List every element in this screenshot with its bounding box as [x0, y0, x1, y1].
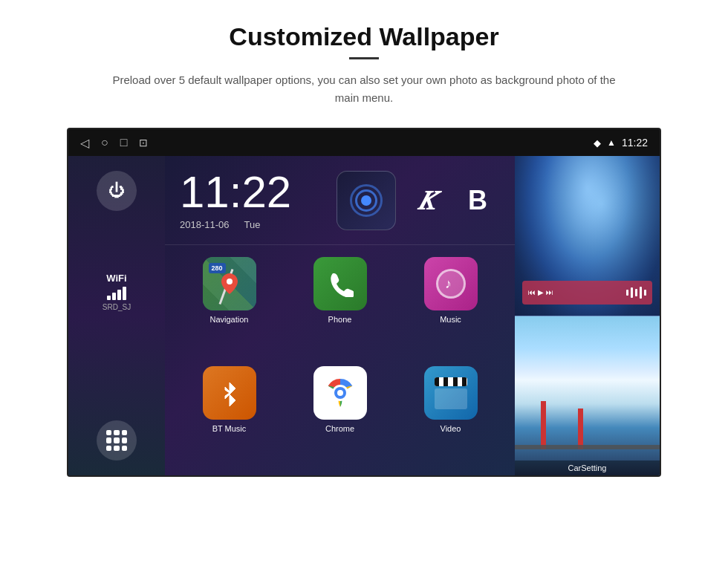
wifi-label: WiFi — [106, 273, 126, 284]
time-display: 11:22 — [180, 170, 291, 215]
app-music[interactable]: ♪ Music — [401, 257, 500, 354]
home-nav-icon[interactable]: ○ — [101, 136, 108, 149]
bridge-deck — [515, 445, 660, 449]
time-section: 11:22 2018-11-06 Tue — [165, 156, 515, 245]
map-pin-icon — [221, 273, 238, 294]
bridge-tower-1 — [541, 401, 546, 449]
nav-badge: 280 — [209, 263, 226, 273]
app-chrome[interactable]: Chrome — [290, 366, 389, 463]
wifi-bar-2 — [112, 293, 116, 300]
page-wrapper: Customized Wallpaper Preload over 5 defa… — [0, 0, 728, 563]
music-svg: ♪ — [443, 276, 459, 292]
back-nav-icon[interactable]: ◁ — [80, 136, 89, 150]
svg-point-0 — [227, 279, 233, 284]
wifi-status-icon: ▲ — [607, 137, 616, 148]
app-btmusic[interactable]: BT Music — [180, 366, 279, 463]
wifi-app-icon — [337, 171, 396, 230]
app-grid: 280 Navigation — [165, 245, 515, 475]
btmusic-label: BT Music — [212, 424, 247, 433]
wifi-app-item[interactable] — [337, 171, 396, 230]
power-button[interactable]: ⏻ — [97, 171, 137, 211]
page-title: Customized Wallpaper — [229, 22, 498, 51]
date-value: 2018-11-06 — [180, 219, 230, 230]
chrome-label: Chrome — [325, 424, 354, 433]
nav-buttons: ◁ ○ □ ⊡ — [80, 136, 148, 150]
top-apps: 𝐾 B — [337, 171, 500, 230]
wallpaper-panel: ⏮ ▶ ⏭ — [515, 156, 660, 475]
eq-bars — [626, 287, 646, 299]
wallpaper-bridge[interactable]: CarSetting — [515, 316, 660, 476]
music-inner: ♪ — [436, 269, 466, 299]
k-app-icon: 𝐾 — [403, 178, 448, 223]
phone-svg — [327, 270, 354, 297]
apps-grid-button[interactable] — [97, 420, 137, 461]
phone-label: Phone — [328, 315, 352, 324]
prev-icon: ⏮ — [528, 288, 536, 296]
chrome-svg — [320, 373, 360, 413]
location-icon: ◆ — [594, 137, 601, 149]
navigation-label: Navigation — [210, 315, 249, 324]
music-controls: ⏮ ▶ ⏭ — [528, 288, 553, 296]
wifi-bar-1 — [107, 296, 111, 300]
sidebar: ⏻ WiFi SRD_SJ — [68, 156, 165, 475]
bluetooth-svg — [216, 380, 243, 406]
date-display: 2018-11-06 Tue — [180, 219, 291, 230]
k-label: 𝐾 — [417, 185, 435, 216]
music-icon: ♪ — [424, 257, 478, 310]
navigation-icon: 280 — [203, 257, 256, 310]
carsetting-label: CarSetting — [515, 461, 660, 475]
app-video[interactable]: Video — [401, 366, 500, 463]
wifi-bars — [107, 287, 126, 300]
next-icon: ⏭ — [546, 288, 553, 296]
title-divider — [349, 57, 379, 59]
b-label: B — [468, 185, 487, 216]
apps-grid-icon — [106, 430, 127, 451]
video-icon — [424, 366, 478, 420]
k-app-item[interactable]: 𝐾 — [403, 178, 448, 223]
clap-body — [435, 388, 467, 409]
screenshot-nav-icon[interactable]: ⊡ — [139, 137, 148, 149]
svg-text:♪: ♪ — [445, 276, 452, 291]
music-label: Music — [440, 315, 461, 324]
page-description: Preload over 5 default wallpaper options… — [104, 71, 624, 107]
svg-point-5 — [337, 390, 343, 396]
time-info: 11:22 2018-11-06 Tue — [180, 170, 291, 230]
recents-nav-icon[interactable]: □ — [120, 136, 128, 149]
chrome-icon — [313, 366, 367, 420]
status-bar-right: ◆ ▲ 11:22 — [594, 137, 648, 149]
phone-icon — [313, 257, 367, 310]
clap-top — [435, 377, 467, 386]
status-time: 11:22 — [622, 137, 648, 149]
b-app-icon: B — [455, 178, 500, 223]
play-icon: ▶ — [538, 288, 544, 296]
wallpaper-ice-cave[interactable]: ⏮ ▶ ⏭ — [515, 156, 660, 316]
wifi-bar-3 — [117, 290, 121, 300]
bridge-tower-2 — [578, 409, 583, 449]
app-phone[interactable]: Phone — [290, 257, 389, 354]
wifi-ssid: SRD_SJ — [103, 303, 131, 311]
video-label: Video — [441, 424, 461, 433]
b-app-item[interactable]: B — [455, 178, 500, 223]
center-area: 11:22 2018-11-06 Tue — [165, 156, 515, 475]
day-value: Tue — [244, 219, 261, 230]
app-navigation[interactable]: 280 Navigation — [180, 257, 279, 354]
wifi-bar-4 — [123, 287, 126, 300]
btmusic-icon — [203, 366, 256, 420]
status-bar: ◁ ○ □ ⊡ ◆ ▲ 11:22 — [68, 129, 660, 156]
bridge-silhouette — [515, 397, 660, 457]
main-area: ⏻ WiFi SRD_SJ — [68, 156, 660, 475]
wifi-section: WiFi SRD_SJ — [103, 273, 131, 311]
video-clap — [435, 377, 467, 409]
android-screen: ◁ ○ □ ⊡ ◆ ▲ 11:22 ⏻ WiFi — [67, 128, 661, 477]
power-icon: ⏻ — [108, 181, 125, 201]
music-overlay-bar: ⏮ ▶ ⏭ — [522, 281, 652, 305]
